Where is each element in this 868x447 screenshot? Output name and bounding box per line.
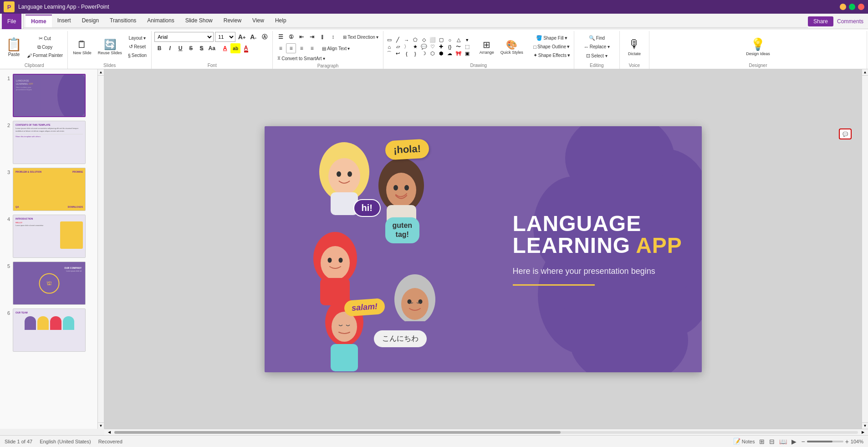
file-tab[interactable]: File (2, 14, 21, 29)
normal-view-button[interactable]: ⊞ (759, 438, 765, 445)
tab-design[interactable]: Design (77, 15, 104, 27)
italic-button[interactable]: I (165, 43, 175, 53)
copy-button[interactable]: ⧉ Copy (25, 43, 65, 51)
zoom-minus[interactable]: − (801, 438, 805, 445)
slide-thumb-6[interactable]: 6 OUR TEAM (3, 308, 95, 353)
comment-indicator[interactable]: 💬 (839, 128, 852, 139)
star-shape[interactable]: ★ (411, 44, 419, 50)
justify-button[interactable]: ≡ (307, 43, 317, 53)
hscroll-right[interactable]: ▶ (860, 430, 866, 435)
share-button[interactable]: Share (808, 16, 833, 26)
arrow-shape[interactable]: → (403, 37, 411, 43)
shadow-button[interactable]: S (196, 43, 206, 53)
reading-view-button[interactable]: 📖 (779, 438, 787, 445)
vscroll-down[interactable]: ▼ (862, 422, 868, 429)
align-right-button[interactable]: ≡ (296, 43, 306, 53)
reuse-slides-button[interactable]: 🔄 Reuse Slides (96, 37, 124, 57)
comments-button[interactable]: Comments (837, 18, 863, 25)
bent-arrow-shape[interactable]: ↩ (394, 51, 402, 57)
change-case-button[interactable]: Aa (207, 43, 217, 53)
hexagon-shape[interactable]: ⬢ (437, 51, 445, 57)
slide-thumb-1[interactable]: 1 LANGUAGE LEARNING APP Here is where yo… (3, 73, 95, 118)
frame-shape[interactable]: ▣ (463, 51, 471, 57)
design-ideas-button[interactable]: 💡 Design Ideas (744, 36, 772, 57)
notes-button[interactable]: 📝 Notes (733, 438, 755, 445)
canvas-vscroll[interactable]: ▲ ▼ (862, 69, 868, 429)
tab-view[interactable]: View (247, 15, 270, 27)
slide-sorter-button[interactable]: ⊟ (769, 438, 775, 445)
line-spacing-button[interactable]: ↕ (328, 32, 338, 42)
shape-fill-button[interactable]: 🪣 Shape Fill ▾ (531, 34, 572, 42)
section-button[interactable]: §Section (126, 52, 148, 59)
trapezoid-shape[interactable]: ⌂ (385, 44, 393, 50)
slideshow-button[interactable]: ▶ (791, 438, 797, 445)
clear-format-button[interactable]: Ⓐ (260, 32, 270, 42)
line-shape[interactable]: ╱ (394, 37, 402, 43)
slide-thumb-5[interactable]: 5 Let'sTalk! OUR COMPANY Lorem ipsum dol… (3, 261, 95, 306)
brace-left-shape[interactable]: { (403, 51, 411, 57)
minimize-button[interactable] (840, 4, 846, 10)
pentagon-shape[interactable]: ⬠ (411, 37, 419, 43)
arrange-button[interactable]: ⊞ Arrange (477, 38, 496, 56)
triangle-shape[interactable]: △ (454, 37, 463, 43)
decrease-font-button[interactable]: A- (248, 32, 258, 42)
numbering-button[interactable]: ① (286, 32, 296, 42)
strikethrough-button[interactable]: S (186, 43, 196, 53)
align-left-button[interactable]: ≡ (276, 43, 286, 53)
tab-home[interactable]: Home (26, 15, 51, 27)
scroll-up-arrow[interactable]: ▲ (98, 69, 104, 76)
font-color-button[interactable]: A (241, 43, 251, 53)
cut-button[interactable]: ✂ Cut (25, 35, 65, 42)
callout-shape[interactable]: 💬 (420, 44, 428, 50)
hscroll-left[interactable]: ◀ (106, 430, 112, 435)
slide-thumb-4[interactable]: 4 INTRODUCTION HELLO! Lorem ipsum dolor … (3, 214, 95, 259)
tab-slideshow[interactable]: Slide Show (180, 15, 218, 27)
underline-button[interactable]: U (175, 43, 185, 53)
cross-shape[interactable]: ✚ (437, 44, 445, 50)
font-family-select[interactable]: Arial (154, 32, 214, 42)
replace-button[interactable]: ↔ Replace ▾ (577, 43, 617, 51)
cloud-shape[interactable]: ☁ (446, 51, 454, 57)
paste-button[interactable]: 📋 Paste (4, 36, 24, 58)
hscroll-bar[interactable]: ◀ ▶ (104, 429, 868, 435)
tab-animations[interactable]: Animations (142, 15, 179, 27)
convert-smartart-button[interactable]: ⧖ Convert to SmartArt ▾ (276, 55, 327, 62)
reset-button[interactable]: ↺Reset (126, 43, 148, 51)
shape-outline-button[interactable]: □ Shape Outline ▾ (531, 43, 572, 51)
moon-shape[interactable]: ☽ (420, 51, 428, 57)
tab-review[interactable]: Review (218, 15, 247, 27)
bracket-shape[interactable]: {} (446, 44, 454, 50)
cylinder-shape[interactable]: ⬜ (429, 37, 437, 43)
columns-button[interactable]: ⫿ (317, 32, 327, 42)
arc-shape[interactable]: ⌒ (385, 51, 393, 57)
slide-thumb-3[interactable]: 3 PROBLEM & SOLUTION PROMISE QA DOWNLOAD… (3, 167, 95, 212)
vscroll-up[interactable]: ▲ (862, 69, 868, 76)
new-slide-button[interactable]: 🗒 New Slide (71, 37, 94, 57)
octagon-shape[interactable]: ⬡ (429, 51, 437, 57)
bold-button[interactable]: B (154, 43, 164, 53)
decrease-indent-button[interactable]: ⇤ (296, 32, 306, 42)
slide-panel-scrollbar[interactable]: ▲ ▼ (98, 69, 104, 429)
slide-thumb-2[interactable]: 2 CONTENTS OF THIS TEMPLATE Lorem ipsum … (3, 120, 95, 165)
close-button[interactable] (858, 4, 864, 10)
rounded-rect-shape[interactable]: ▢ (437, 37, 445, 43)
font-size-select[interactable]: 11 (215, 32, 235, 42)
select-button[interactable]: ⊡ Select ▾ (577, 52, 617, 60)
text-color-button[interactable]: A (220, 43, 230, 53)
textbox-shape[interactable]: ⬚ (463, 44, 471, 50)
rectangle-shape[interactable]: ▭ (385, 37, 393, 43)
more-shapes-button[interactable]: ▼ (463, 37, 471, 43)
tab-help[interactable]: Help (270, 15, 292, 27)
wave-shape[interactable]: 〜 (454, 44, 463, 50)
find-button[interactable]: 🔍 Find (577, 34, 617, 42)
shape-effects-button[interactable]: ✦ Shape Effects ▾ (531, 51, 572, 59)
diamond-shape[interactable]: ◇ (420, 37, 428, 43)
align-center-button[interactable]: ≡ (286, 43, 296, 53)
tab-insert[interactable]: Insert (52, 15, 77, 27)
quick-styles-button[interactable]: 🎨 Quick Styles (498, 38, 526, 56)
highlight-button[interactable]: ab (230, 43, 240, 53)
brace-right-shape[interactable]: } (411, 51, 419, 57)
chevron-shape[interactable]: 〉 (403, 44, 411, 50)
parallelogram-shape[interactable]: ▱ (394, 44, 402, 50)
bullets-button[interactable]: ☰ (276, 32, 286, 42)
